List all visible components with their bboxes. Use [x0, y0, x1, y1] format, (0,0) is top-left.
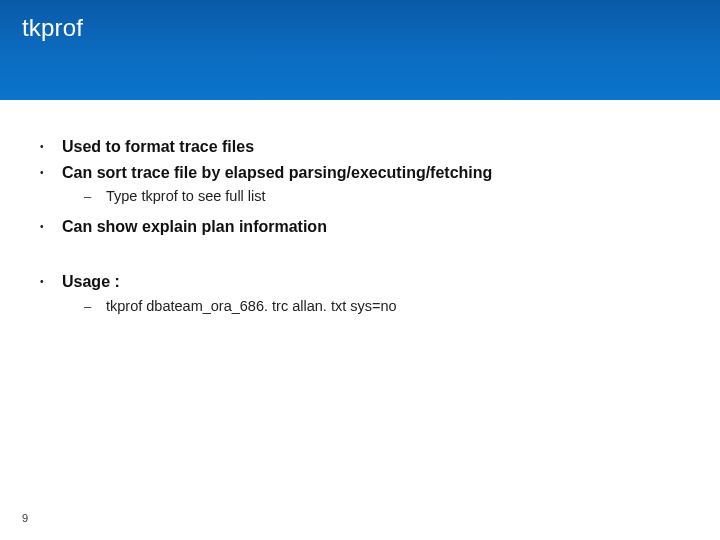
- bullet-dot-icon: •: [40, 136, 62, 154]
- page-number: 9: [22, 512, 28, 524]
- bullet-text: Used to format trace files: [62, 136, 254, 158]
- bullet-item: • Usage :: [40, 271, 680, 293]
- bullet-dot-icon: •: [40, 162, 62, 180]
- content-area: • Used to format trace files • Can sort …: [0, 100, 720, 317]
- title-band: tkprof: [0, 0, 720, 100]
- bullet-text: Usage :: [62, 271, 120, 293]
- slide-title: tkprof: [22, 14, 700, 42]
- spacer: [40, 241, 680, 271]
- bullet-dash-icon: –: [84, 187, 106, 206]
- bullet-item: • Can show explain plan information: [40, 216, 680, 238]
- bullet-text: Can sort trace file by elapsed parsing/e…: [62, 162, 492, 184]
- bullet-text: Can show explain plan information: [62, 216, 327, 238]
- slide: tkprof • Used to format trace files • Ca…: [0, 0, 720, 540]
- bullet-item: • Used to format trace files: [40, 136, 680, 158]
- sub-bullet-item: – tkprof dbateam_ora_686. trc allan. txt…: [40, 297, 680, 317]
- sub-bullet-item: – Type tkprof to see full list: [40, 187, 680, 207]
- sub-bullet-text: tkprof dbateam_ora_686. trc allan. txt s…: [106, 297, 397, 317]
- bullet-dot-icon: •: [40, 271, 62, 289]
- sub-bullet-text: Type tkprof to see full list: [106, 187, 266, 207]
- bullet-item: • Can sort trace file by elapsed parsing…: [40, 162, 680, 184]
- bullet-dash-icon: –: [84, 297, 106, 316]
- bullet-dot-icon: •: [40, 216, 62, 234]
